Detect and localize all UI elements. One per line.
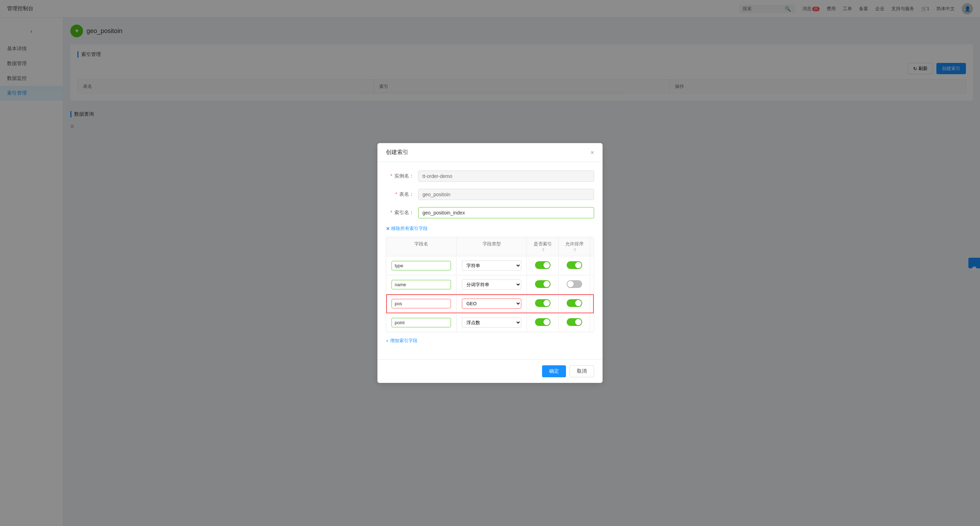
index-name-input[interactable] <box>418 207 594 218</box>
allow-sort-toggle-name[interactable] <box>567 280 582 288</box>
is-index-toggle-pos[interactable] <box>535 299 550 307</box>
index-name-label: * 索引名： <box>386 210 414 216</box>
form-row-instance: * 实例名： <box>386 170 594 182</box>
field-name-cell-pos <box>386 295 457 313</box>
field-type-cell-type: 字符串 分词字符串 GEO 浮点数 <box>457 256 527 275</box>
field-type-select-type[interactable]: 字符串 分词字符串 GEO 浮点数 <box>462 261 521 271</box>
add-plus-icon: + <box>386 338 389 343</box>
allow-sort-cell-pos <box>558 295 590 312</box>
table-row: 字符串 分词字符串 GEO 浮点数 <box>386 256 594 275</box>
extra-storage-cell-pos <box>590 295 594 312</box>
field-type-cell-point: 字符串 分词字符串 GEO 浮点数 <box>457 313 527 332</box>
remove-all-fields-link[interactable]: ✕ 移除所有索引字段 <box>386 226 594 232</box>
instance-name-input[interactable] <box>418 170 594 182</box>
table-label: * 表名： <box>386 191 414 198</box>
table-row: 字符串 分词字符串 GEO 浮点数 <box>386 313 594 332</box>
modal-overlay[interactable]: 创建索引 × * 实例名： * 表名： <box>0 0 980 526</box>
field-type-select-pos[interactable]: 字符串 分词字符串 GEO 浮点数 <box>462 299 521 309</box>
th-extra-storage: 附加存储 ? <box>590 237 594 256</box>
is-index-cell-point <box>527 314 558 331</box>
is-index-toggle-type[interactable] <box>535 261 550 269</box>
is-index-help-icon[interactable]: ? <box>542 248 544 252</box>
add-field-link[interactable]: + 增加索引字段 <box>386 337 594 344</box>
extra-storage-cell-type <box>590 257 594 274</box>
field-name-cell-type <box>386 257 457 275</box>
form-row-table: * 表名： <box>386 189 594 200</box>
field-type-select-point[interactable]: 字符串 分词字符串 GEO 浮点数 <box>462 318 521 328</box>
is-index-cell-pos <box>527 295 558 312</box>
is-index-cell-type <box>527 257 558 274</box>
field-name-input-point[interactable] <box>391 318 451 327</box>
is-index-cell-name <box>527 276 558 293</box>
field-name-cell-name <box>386 276 457 294</box>
field-type-select-name[interactable]: 字符串 分词字符串 GEO 浮点数 <box>462 280 521 290</box>
th-is-index: 是否索引 ? <box>527 237 558 256</box>
allow-sort-cell-type <box>558 257 590 274</box>
modal-header: 创建索引 × <box>377 143 603 162</box>
fields-table-header: 字段名 字段类型 是否索引 ? 允许排序 ? 附加存储 <box>386 237 594 256</box>
field-name-input-type[interactable] <box>391 261 451 270</box>
create-index-modal: 创建索引 × * 实例名： * 表名： <box>377 143 603 383</box>
form-row-index-name: * 索引名： <box>386 207 594 218</box>
field-name-input-name[interactable] <box>391 280 451 289</box>
is-index-toggle-point[interactable] <box>535 318 550 326</box>
allow-sort-toggle-type[interactable] <box>567 261 582 269</box>
table-row: 字符串 分词字符串 GEO 浮点数 <box>386 294 594 313</box>
modal-close-button[interactable]: × <box>590 149 594 156</box>
allow-sort-toggle-pos[interactable] <box>567 299 582 307</box>
allow-sort-cell-point <box>558 314 590 331</box>
instance-label: * 实例名： <box>386 173 414 179</box>
fields-table: 字段名 字段类型 是否索引 ? 允许排序 ? 附加存储 <box>386 237 594 332</box>
th-field-type: 字段类型 <box>457 237 527 256</box>
is-index-toggle-name[interactable] <box>535 280 550 288</box>
th-allow-sort: 允许排序 ? <box>558 237 590 256</box>
extra-storage-cell-point <box>590 314 594 331</box>
field-name-input-pos[interactable] <box>391 299 451 308</box>
field-type-cell-pos: 字符串 分词字符串 GEO 浮点数 <box>457 294 527 313</box>
modal-footer: 确定 取消 <box>377 359 603 383</box>
th-field-name: 字段名 <box>386 237 457 256</box>
field-name-cell-point <box>386 314 457 332</box>
allow-sort-toggle-point[interactable] <box>567 318 582 326</box>
allow-sort-cell-name <box>558 276 590 293</box>
modal-body: * 实例名： * 表名： * 索引名： <box>377 162 603 359</box>
remove-x-icon: ✕ <box>386 226 390 231</box>
cancel-button[interactable]: 取消 <box>570 365 594 377</box>
extra-storage-cell-name <box>590 276 594 293</box>
table-name-input[interactable] <box>418 189 594 200</box>
table-row: 字符串 分词字符串 GEO 浮点数 <box>386 275 594 294</box>
confirm-button[interactable]: 确定 <box>542 365 566 377</box>
modal-title: 创建索引 <box>386 149 408 156</box>
field-type-cell-name: 字符串 分词字符串 GEO 浮点数 <box>457 275 527 294</box>
allow-sort-help-icon[interactable]: ? <box>574 248 576 252</box>
